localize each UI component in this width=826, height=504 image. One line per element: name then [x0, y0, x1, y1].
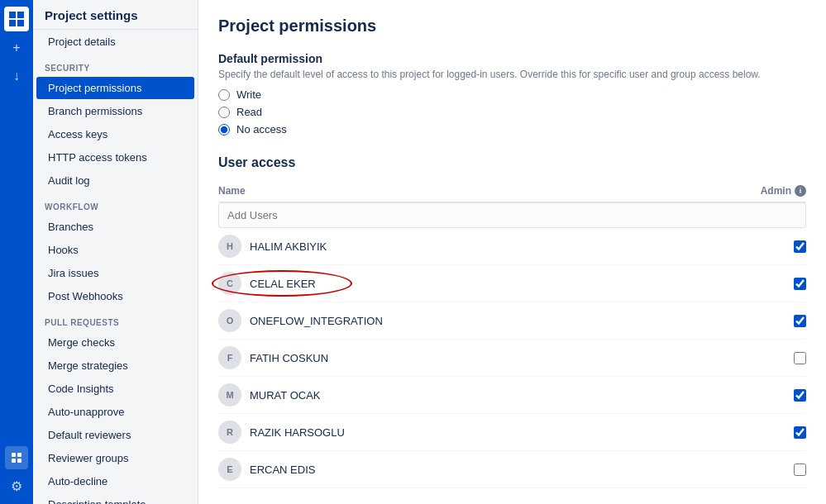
avatar: C [218, 272, 241, 295]
nav-sidebar: Project settings Project details SECURIT… [33, 0, 198, 504]
avatar: F [218, 346, 241, 369]
admin-checkbox[interactable] [794, 352, 806, 364]
section-label-security: SECURITY [33, 54, 198, 76]
avatar: R [218, 421, 241, 444]
section-label-pull-requests: PULL REQUESTS [33, 308, 198, 330]
admin-checkbox[interactable] [794, 426, 806, 439]
avatar: H [218, 235, 241, 258]
svg-rect-4 [12, 453, 16, 457]
user-name: FATIH COSKUN [250, 352, 794, 364]
radio-no-access-input[interactable] [218, 124, 230, 136]
user-row: E ERCAN EDIS [218, 451, 806, 488]
svg-rect-0 [9, 12, 16, 18]
radio-write[interactable]: Write [218, 88, 806, 101]
admin-checkbox[interactable] [794, 240, 806, 253]
plus-icon[interactable]: + [5, 36, 28, 59]
permission-radio-group: Write Read No access [218, 88, 806, 136]
app-logo[interactable] [4, 7, 29, 31]
svg-rect-3 [17, 20, 24, 26]
admin-checkbox[interactable] [794, 278, 806, 290]
svg-rect-1 [17, 12, 24, 18]
default-permission-section: Default permission Specify the default l… [218, 52, 806, 136]
avatar: E [218, 458, 241, 481]
avatar: O [218, 309, 241, 332]
user-name: MURAT OCAK [250, 389, 794, 402]
sidebar-item-auto-decline[interactable]: Auto-decline [36, 470, 194, 492]
section-label-workflow: WORKFLOW [33, 193, 198, 215]
radio-no-access[interactable]: No access [218, 123, 806, 136]
user-access-title: User access [218, 155, 806, 170]
user-table-header: Name Admin i [218, 180, 806, 202]
sidebar-item-code-insights[interactable]: Code Insights [36, 378, 194, 400]
user-name: HALIM AKBIYIK [250, 240, 794, 253]
main-content: Project permissions Default permission S… [198, 0, 826, 504]
sidebar-item-access-keys[interactable]: Access keys [36, 123, 194, 145]
radio-no-access-label: No access [236, 123, 287, 136]
svg-rect-2 [9, 20, 16, 26]
sidebar-item-auto-unapprove[interactable]: Auto-unapprove [36, 401, 194, 423]
user-row: R RAZIK HARSOGLU [218, 414, 806, 451]
sidebar-item-jira-issues[interactable]: Jira issues [36, 262, 194, 284]
sidebar-item-project-details[interactable]: Project details [36, 31, 194, 53]
radio-read-input[interactable] [218, 107, 230, 118]
sidebar-item-audit-log[interactable]: Audit log [36, 169, 194, 192]
repo-icon[interactable] [5, 446, 28, 469]
user-row-celal: C CELAL EKER [218, 265, 806, 302]
svg-rect-6 [12, 459, 16, 463]
app-sidebar: + ↓ ⚙ [0, 0, 33, 504]
radio-read[interactable]: Read [218, 106, 806, 118]
user-name: ONEFLOW_INTEGRATION [250, 315, 794, 327]
user-access-section: User access Name Admin i H HALIM AKBIYIK… [218, 155, 806, 488]
admin-header: Admin i [761, 185, 806, 197]
default-permission-description: Specify the default level of access to t… [218, 69, 806, 80]
sidebar-item-project-permissions[interactable]: Project permissions [36, 77, 194, 99]
add-users-input[interactable] [218, 202, 806, 228]
admin-checkbox[interactable] [794, 389, 806, 402]
sidebar-item-description-template[interactable]: Description template [36, 493, 194, 504]
sidebar-item-http-access-tokens[interactable]: HTTP access tokens [36, 146, 194, 169]
sidebar-item-branches[interactable]: Branches [36, 216, 194, 238]
admin-checkbox[interactable] [794, 315, 806, 327]
admin-info-icon[interactable]: i [795, 185, 806, 197]
admin-label: Admin [761, 185, 791, 197]
radio-write-input[interactable] [218, 89, 230, 101]
admin-checkbox[interactable] [794, 464, 806, 476]
radio-read-label: Read [236, 106, 262, 118]
sidebar-item-hooks[interactable]: Hooks [36, 239, 194, 261]
radio-write-label: Write [236, 88, 261, 101]
user-name: RAZIK HARSOGLU [250, 426, 794, 439]
user-name: ERCAN EDIS [250, 464, 794, 476]
user-name: CELAL EKER [250, 278, 794, 290]
download-icon[interactable]: ↓ [5, 64, 28, 88]
user-row: M MURAT OCAK [218, 377, 806, 414]
sidebar-item-post-webhooks[interactable]: Post Webhooks [36, 285, 194, 307]
svg-rect-5 [17, 453, 21, 457]
sidebar-item-default-reviewers[interactable]: Default reviewers [36, 424, 194, 446]
sidebar-title: Project settings [33, 0, 198, 30]
sidebar-item-merge-strategies[interactable]: Merge strategies [36, 354, 194, 377]
user-row: F FATIH COSKUN [218, 340, 806, 377]
svg-rect-7 [17, 459, 21, 463]
user-row: O ONEFLOW_INTEGRATION [218, 302, 806, 340]
sidebar-item-merge-checks[interactable]: Merge checks [36, 331, 194, 354]
sidebar-item-branch-permissions[interactable]: Branch permissions [36, 100, 194, 122]
sidebar-item-reviewer-groups[interactable]: Reviewer groups [36, 447, 194, 469]
user-row: H HALIM AKBIYIK [218, 228, 806, 265]
avatar: M [218, 383, 241, 407]
default-permission-title: Default permission [218, 52, 806, 65]
settings-icon[interactable]: ⚙ [5, 474, 28, 497]
user-name-header: Name [218, 185, 246, 197]
page-title: Project permissions [218, 17, 806, 36]
